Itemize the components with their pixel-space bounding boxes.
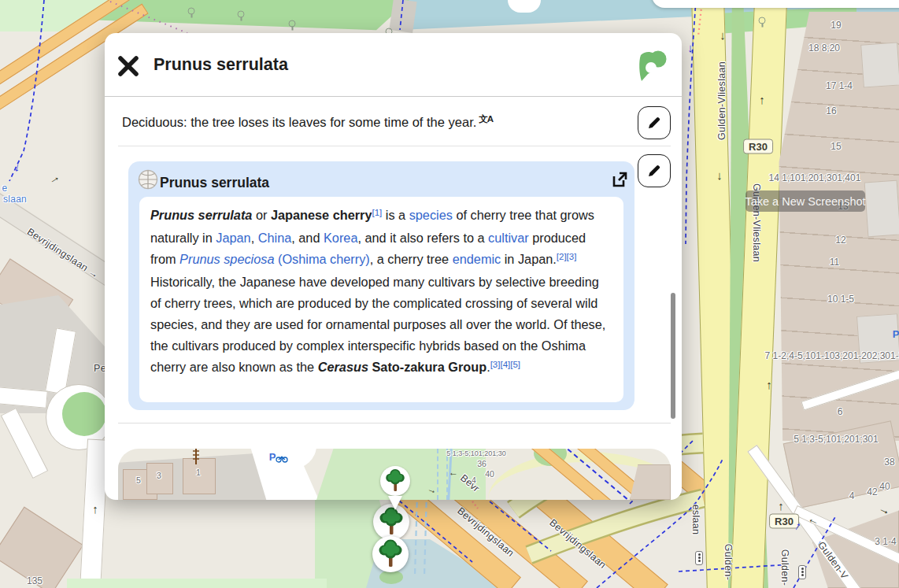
wiki-text: Prunus serrulata [150, 208, 252, 222]
page-title: Prunus serrulata [154, 55, 288, 75]
wiki-link[interactable]: Korea [324, 231, 357, 245]
minimap-label: 3 [157, 471, 161, 480]
divider [118, 423, 671, 423]
pencil-icon [646, 115, 662, 131]
minimap-label: 5 [136, 475, 141, 485]
tree-icon [385, 468, 405, 494]
description-text: Deciduous: the tree loses its leaves for… [122, 115, 476, 129]
wikipedia-article-title: Prunus serrulata [160, 175, 269, 191]
wiki-link[interactable]: [3][4][5] [490, 360, 520, 369]
map-building [856, 313, 899, 363]
wiki-link[interactable]: species [409, 208, 453, 222]
wiki-text: , a cherry tree [370, 252, 453, 266]
map-park [67, 579, 327, 588]
wiki-link[interactable]: [1] [372, 208, 382, 217]
wiki-link[interactable]: Japan [216, 231, 250, 245]
minimap-label: 40 [485, 469, 494, 479]
wiki-text: Cerasus [318, 360, 368, 374]
map-building [860, 42, 899, 87]
edit-attribute-button[interactable] [638, 106, 671, 139]
wiki-text: , [251, 231, 258, 245]
wiki-link[interactable]: cultivar [488, 231, 529, 245]
map-road-white [1, 408, 48, 479]
wiki-text: is a [382, 208, 409, 222]
tree-icon [378, 539, 403, 569]
wiki-link[interactable]: endemic [453, 252, 501, 266]
wiki-text: Sato-zakura Group [368, 360, 486, 374]
map-building [864, 180, 899, 238]
minimap-label: → [426, 483, 438, 496]
wiki-text: Japanese cherry [271, 208, 372, 222]
wiki-link[interactable]: (Oshima cherry) [274, 252, 369, 266]
wiki-text: , and [291, 231, 324, 245]
map-roundabout-green [62, 392, 106, 436]
minimap-label: 36 [477, 459, 486, 468]
close-button[interactable] [116, 54, 141, 79]
selected-tree-pin[interactable] [380, 466, 410, 496]
mapcomplete-logo-icon [638, 49, 668, 83]
wiki-link[interactable]: [2][3] [557, 252, 577, 261]
wikipedia-panel: Prunus serrulata Prunus serrulata or Jap… [128, 161, 634, 410]
attribute-description: Deciduous: the tree loses its leaves for… [122, 115, 493, 130]
app-viewport: Gulden-VlieslaanGulden-VlieslaaneslaanGu… [0, 0, 899, 588]
minimap-label: 5 1;3-5;101;201;30 [446, 449, 506, 457]
minimap-label: 4 [472, 475, 476, 485]
tree-marker[interactable] [372, 536, 409, 572]
tree-icon [379, 507, 404, 537]
map-building [0, 507, 83, 588]
wikipedia-icon [138, 169, 158, 190]
wiki-text: , and it also refers to a [357, 231, 488, 245]
map-bridge [389, 0, 416, 33]
search-bar-partial[interactable] [652, 0, 899, 8]
edit-wikipedia-tag-button[interactable] [638, 154, 671, 187]
minimap-label: Bevr [458, 472, 482, 494]
wiki-text: or [252, 208, 271, 222]
wiki-link[interactable]: China [258, 231, 292, 245]
card-scrollbar[interactable] [671, 293, 675, 419]
selected-tree-pin-tail [388, 496, 402, 510]
take-screenshot-overlay[interactable]: Take a New Screenshot [745, 190, 865, 212]
pencil-icon [646, 163, 662, 179]
minimap-label: P [269, 451, 276, 463]
wiki-text: in Japan. [501, 252, 557, 266]
wiki-link[interactable]: Prunus speciosa [179, 252, 274, 266]
divider [118, 146, 671, 146]
feature-info-card: Prunus serrulata Deciduous: the tree los… [105, 33, 682, 500]
minimap-label: 1 [196, 468, 201, 477]
external-link-icon[interactable] [610, 170, 629, 189]
close-icon [116, 54, 141, 79]
wikipedia-extract: Prunus serrulata or Japanese cherry[1] i… [139, 197, 623, 402]
translate-icon[interactable]: 文A [479, 113, 493, 125]
wiki-text: . [486, 360, 490, 374]
traffic-signal-icon [798, 565, 806, 579]
traffic-signal-icon [695, 551, 703, 565]
divider [105, 96, 682, 97]
minimap-label: ← [449, 467, 458, 478]
location-minimap[interactable]: 5315 1;3-5;101;201;3036404Bevr←→P [118, 449, 671, 500]
